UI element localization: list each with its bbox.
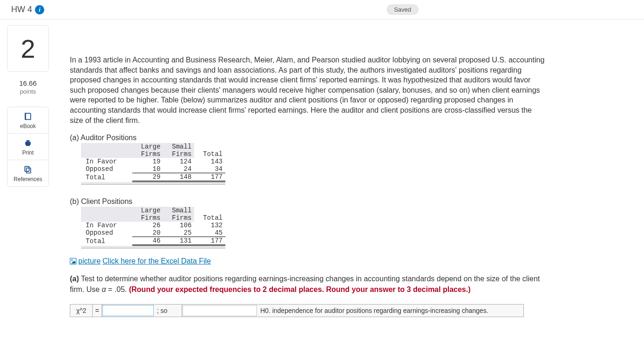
decision-input[interactable]: [183, 305, 257, 316]
auditor-positions-table: LargeFirms SmallFirms Total In Favor 19 …: [81, 143, 225, 182]
excel-data-link[interactable]: picture Click here for the Excel Data Fi…: [70, 257, 211, 265]
question-a-text: (a) Test to determine whether auditor po…: [70, 274, 545, 295]
ebook-button[interactable]: eBook: [7, 107, 48, 134]
svg-rect-6: [27, 168, 31, 173]
svg-rect-3: [27, 143, 30, 146]
references-label: References: [14, 176, 42, 183]
printer-icon: [23, 138, 33, 148]
question-number: 2: [7, 25, 49, 72]
chi-square-input-wrap: [102, 305, 154, 316]
book-icon: [23, 112, 33, 121]
references-button[interactable]: References: [7, 160, 48, 186]
print-button[interactable]: Print: [7, 134, 48, 160]
table-row: Total 29 148 177: [81, 173, 225, 182]
ebook-label: eBook: [20, 123, 36, 129]
link-text: Click here for the Excel Data File: [102, 257, 211, 265]
chi-square-input[interactable]: [103, 305, 153, 316]
table-row: Opposed 20 25 45: [81, 229, 225, 237]
table-row: Opposed 10 24 34: [81, 165, 225, 173]
decision-input-wrap: [183, 305, 257, 316]
chi-square-label: χ^2: [70, 305, 93, 317]
svg-point-5: [29, 142, 30, 143]
copy-icon: [23, 165, 33, 174]
assignment-title-wrap: HW 4 i: [11, 5, 44, 14]
top-bar: HW 4 i Saved: [0, 0, 644, 20]
sidebar: 2 16.66 points eBook Print References: [0, 25, 56, 317]
table-b-label: (b) Client Positions: [70, 197, 545, 206]
client-positions-table: LargeFirms SmallFirms Total In Favor 26 …: [81, 207, 225, 246]
table-row: In Favor 19 124 143: [81, 158, 225, 165]
print-label: Print: [22, 149, 34, 156]
hypothesis-text: H0. independence for auditor positions r…: [258, 305, 523, 317]
table-scrollbar: [81, 182, 225, 185]
intro-text: In a 1993 article in Accounting and Busi…: [70, 55, 545, 125]
so-label: ; so: [154, 305, 182, 317]
points-label: points: [19, 88, 37, 95]
table-row: In Favor 26 106 132: [81, 222, 225, 229]
table-a-label: (a) Auditor Positions: [70, 134, 545, 142]
svg-rect-7: [25, 166, 29, 171]
answer-row: χ^2 = ; so H0. independence for auditor …: [70, 304, 524, 317]
save-status-pill: Saved: [386, 4, 419, 15]
info-icon[interactable]: i: [35, 5, 44, 14]
link-alt: picture: [78, 257, 101, 265]
table-row: Total 46 131 177: [81, 237, 225, 245]
svg-rect-0: [25, 113, 26, 120]
broken-image-icon: [70, 258, 76, 264]
assignment-title: HW 4: [11, 5, 32, 14]
points-value: 16.66: [19, 79, 37, 88]
svg-rect-4: [27, 140, 30, 142]
points-block: 16.66 points: [19, 79, 37, 95]
side-tools: eBook Print References: [7, 107, 49, 187]
equals-label: =: [93, 305, 102, 317]
content: In a 1993 article in Accounting and Busi…: [70, 25, 563, 317]
